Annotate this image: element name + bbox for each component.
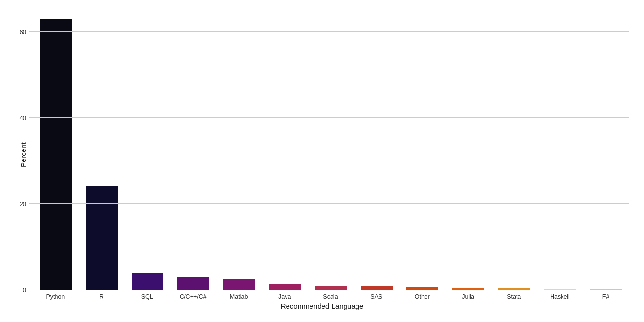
plot-area: 0204060: [29, 10, 629, 290]
bar-stata: [498, 288, 530, 290]
bar-wrapper: [445, 10, 491, 290]
x-tick-label: SAS: [354, 290, 400, 300]
bar-wrapper: [583, 10, 629, 290]
bar-wrapper: [216, 10, 262, 290]
y-axis-label: Percent: [15, 10, 29, 300]
x-tick-label: F#: [583, 290, 629, 300]
x-tick-label: Java: [262, 290, 308, 300]
bar-f-: [590, 289, 622, 290]
bars-group: [33, 10, 629, 290]
chart-area: Percent 0204060 PythonRSQLC/C++/C#Matlab…: [15, 10, 629, 300]
bar-wrapper: [537, 10, 583, 290]
chart-inner: 0204060 PythonRSQLC/C++/C#MatlabJavaScal…: [29, 10, 629, 300]
x-tick-label: Stata: [491, 290, 537, 300]
bar-wrapper: [125, 10, 171, 290]
bar-wrapper: [79, 10, 125, 290]
x-tick-label: R: [79, 290, 125, 300]
bar-haskell: [544, 289, 576, 290]
bar-wrapper: [491, 10, 537, 290]
chart-container: Percent 0204060 PythonRSQLC/C++/C#Matlab…: [15, 10, 629, 312]
x-axis: PythonRSQLC/C++/C#MatlabJavaScalaSASOthe…: [29, 290, 629, 300]
bar-python: [40, 19, 72, 290]
x-tick-label: Matlab: [216, 290, 262, 300]
x-axis-label: Recommended Language: [15, 300, 629, 312]
bar-c-c---c-: [177, 277, 209, 290]
bar-java: [269, 284, 301, 290]
bar-other: [406, 287, 438, 290]
bar-wrapper: [308, 10, 354, 290]
x-tick-label: Julia: [445, 290, 491, 300]
x-tick-label: C/C++/C#: [170, 290, 216, 300]
x-tick-label: SQL: [124, 290, 170, 300]
bar-wrapper: [354, 10, 400, 290]
bar-matlab: [223, 279, 255, 290]
bar-sas: [361, 286, 393, 290]
x-tick-label: Haskell: [537, 290, 583, 300]
bar-wrapper: [171, 10, 217, 290]
x-tick-label: Python: [33, 290, 79, 300]
bar-wrapper: [33, 10, 79, 290]
bar-r: [86, 186, 118, 290]
bar-scala: [315, 286, 347, 290]
bar-wrapper: [400, 10, 446, 290]
x-tick-label: Scala: [308, 290, 354, 300]
x-tick-label: Other: [400, 290, 446, 300]
bar-julia: [452, 288, 484, 290]
bar-wrapper: [262, 10, 308, 290]
bar-sql: [132, 273, 164, 290]
